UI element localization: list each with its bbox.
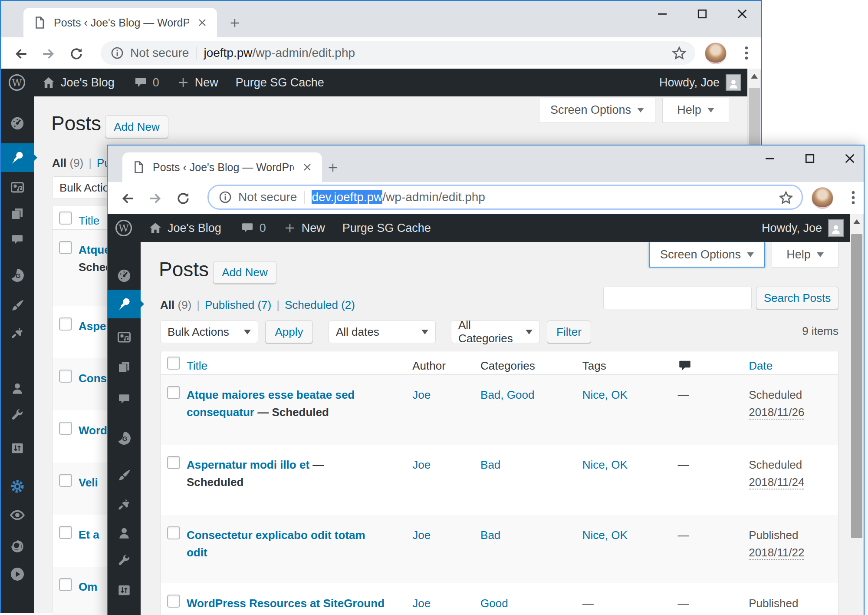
back-icon[interactable] bbox=[118, 189, 137, 208]
select-all-checkbox[interactable] bbox=[59, 212, 72, 225]
browser-tab[interactable]: Posts ‹ Joe's Blog — WordPress bbox=[122, 152, 322, 182]
site-menu[interactable]: Joe's Blog bbox=[148, 221, 221, 235]
author-link[interactable]: Joe bbox=[412, 597, 431, 610]
category-links[interactable]: Good bbox=[480, 597, 508, 610]
category-links[interactable]: Bad bbox=[480, 529, 500, 542]
row-checkbox[interactable] bbox=[59, 317, 72, 331]
sidebar-item-settings[interactable] bbox=[108, 577, 141, 603]
apply-button[interactable]: Apply bbox=[265, 321, 313, 343]
row-checkbox[interactable] bbox=[59, 526, 72, 539]
browser-menu-icon[interactable] bbox=[738, 44, 755, 62]
post-title-link[interactable]: Consectetur explicabo odit totamodit bbox=[187, 529, 365, 559]
sidebar-item-media[interactable] bbox=[108, 324, 141, 350]
sidebar-item-posts[interactable] bbox=[108, 290, 141, 318]
sidebar-item-siteground[interactable] bbox=[1, 262, 34, 288]
select-all-checkbox[interactable] bbox=[167, 357, 180, 370]
browser-menu-icon[interactable] bbox=[845, 189, 862, 206]
close-button[interactable] bbox=[732, 4, 753, 23]
row-checkbox[interactable] bbox=[59, 474, 72, 487]
sidebar-item-appearance[interactable] bbox=[108, 463, 141, 489]
scroll-up-icon[interactable] bbox=[853, 219, 860, 224]
sidebar-item-posts[interactable] bbox=[1, 143, 34, 172]
sidebar-item-siteground[interactable] bbox=[108, 425, 141, 451]
sidebar-item-pages[interactable] bbox=[108, 354, 141, 380]
purge-cache-menu[interactable]: Purge SG Cache bbox=[236, 76, 324, 89]
tag-links[interactable]: Nice, OK bbox=[582, 458, 628, 471]
scroll-up-icon[interactable] bbox=[751, 74, 758, 79]
sidebar-item-appearance[interactable] bbox=[1, 293, 34, 319]
sidebar-item-tools[interactable] bbox=[1, 402, 34, 428]
sidebar-item-media[interactable] bbox=[1, 175, 34, 201]
wordpress-logo-icon[interactable] bbox=[115, 219, 133, 237]
row-checkbox[interactable] bbox=[167, 456, 180, 469]
sidebar-item-settings[interactable] bbox=[1, 435, 34, 461]
row-checkbox[interactable] bbox=[167, 526, 180, 539]
new-content-menu[interactable]: New bbox=[283, 222, 325, 235]
tab-close-icon[interactable] bbox=[197, 17, 207, 28]
row-checkbox[interactable] bbox=[167, 386, 180, 399]
category-links[interactable]: Bad bbox=[480, 458, 500, 471]
info-icon[interactable] bbox=[110, 46, 124, 60]
add-new-button[interactable]: Add New bbox=[105, 116, 168, 138]
sort-date[interactable]: Date bbox=[749, 359, 773, 372]
categories-select[interactable]: All Categories bbox=[451, 321, 540, 343]
forward-icon[interactable] bbox=[39, 44, 58, 63]
sidebar-item-comments[interactable] bbox=[1, 227, 34, 253]
new-content-menu[interactable]: New bbox=[177, 76, 218, 89]
sidebar-item-users[interactable] bbox=[1, 375, 34, 401]
author-link[interactable]: Joe bbox=[412, 458, 431, 471]
row-checkbox[interactable] bbox=[59, 241, 72, 254]
browser-tab[interactable]: Posts ‹ Joe's Blog — WordPress bbox=[23, 8, 217, 37]
profile-avatar[interactable] bbox=[705, 43, 727, 64]
sort-title[interactable]: Title bbox=[187, 359, 207, 372]
tag-links[interactable]: Nice, OK bbox=[582, 529, 628, 542]
tag-links[interactable]: Nice, OK bbox=[582, 388, 628, 401]
search-posts-button[interactable]: Search Posts bbox=[756, 287, 838, 309]
row-checkbox[interactable] bbox=[59, 370, 72, 383]
sort-title[interactable]: Title bbox=[79, 214, 99, 227]
howdy-menu[interactable]: Howdy, Joe bbox=[659, 76, 720, 89]
minimize-button[interactable] bbox=[760, 149, 780, 168]
row-checkbox[interactable] bbox=[59, 578, 72, 591]
view-scheduled[interactable]: Scheduled (2) bbox=[285, 298, 355, 311]
sidebar-item-plugins[interactable] bbox=[1, 320, 34, 346]
sidebar-item-video[interactable] bbox=[1, 561, 34, 587]
dates-select[interactable]: All dates bbox=[329, 321, 436, 343]
address-bar-focused[interactable]: Not secure dev.joeftp.pw/wp-admin/edit.p… bbox=[207, 185, 803, 210]
sidebar-item-tools[interactable] bbox=[108, 548, 141, 574]
sidebar-item-users[interactable] bbox=[108, 520, 141, 546]
filter-button[interactable]: Filter bbox=[547, 321, 591, 343]
howdy-menu[interactable]: Howdy, Joe bbox=[762, 222, 822, 235]
comments-menu[interactable]: 0 bbox=[134, 76, 159, 89]
view-published[interactable]: Published (7) bbox=[205, 298, 271, 311]
sidebar-item-dashboard[interactable] bbox=[1, 110, 34, 136]
search-input[interactable] bbox=[603, 287, 752, 309]
user-avatar[interactable] bbox=[726, 74, 741, 91]
forward-icon[interactable] bbox=[146, 189, 165, 208]
maximize-button[interactable] bbox=[799, 149, 820, 168]
address-bar[interactable]: Not secure joeftp.pw/wp-admin/edit.php bbox=[101, 41, 695, 65]
post-title-link[interactable]: Aspernatur modi illo et bbox=[187, 458, 309, 471]
row-checkbox[interactable] bbox=[167, 595, 180, 608]
page-scrollbar[interactable] bbox=[850, 214, 863, 615]
sidebar-item-comments[interactable] bbox=[108, 386, 141, 412]
post-title-link[interactable]: Et a bbox=[79, 528, 99, 541]
close-button[interactable] bbox=[839, 149, 860, 168]
scrollbar-thumb[interactable] bbox=[851, 234, 862, 538]
new-tab-button[interactable] bbox=[325, 159, 341, 176]
back-icon[interactable] bbox=[11, 44, 30, 63]
new-tab-button[interactable] bbox=[227, 15, 243, 31]
reload-icon[interactable] bbox=[174, 189, 193, 208]
info-icon[interactable] bbox=[218, 190, 232, 204]
bulk-actions-select[interactable]: Bulk Actions bbox=[160, 321, 258, 343]
author-link[interactable]: Joe bbox=[412, 529, 431, 542]
sidebar-item-security[interactable] bbox=[1, 502, 34, 528]
add-new-button[interactable]: Add New bbox=[213, 261, 276, 284]
help-button[interactable]: Help bbox=[662, 98, 729, 123]
post-title-link[interactable]: Veli bbox=[79, 476, 98, 489]
tab-close-icon[interactable] bbox=[302, 162, 312, 172]
user-avatar[interactable] bbox=[828, 219, 844, 237]
post-title-link[interactable]: WordPress Resources at SiteGround bbox=[187, 597, 385, 610]
post-title-link[interactable]: consequatur bbox=[187, 406, 254, 419]
post-title-link[interactable]: Om bbox=[79, 580, 97, 593]
